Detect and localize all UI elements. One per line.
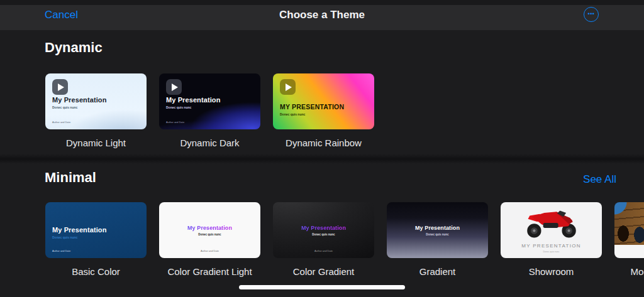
slide-subtitle: Donec quis nunc bbox=[166, 105, 191, 109]
theme-label: Modern Portfolio bbox=[614, 266, 644, 277]
slide-title: MY PRESENTATION bbox=[280, 103, 344, 111]
theme-label: Showroom bbox=[501, 266, 602, 277]
play-icon bbox=[52, 79, 68, 95]
slide-title: My Presentation bbox=[52, 226, 106, 234]
theme-modern-portfolio[interactable]: Modern Portfolio bbox=[614, 202, 644, 277]
theme-thumbnail: My PresentationDonec quis nuncAuthor and… bbox=[159, 202, 260, 258]
slide-footer: Author and Date bbox=[159, 249, 260, 252]
theme-label: Color Gradient Light bbox=[159, 266, 260, 277]
theme-label: Basic Color bbox=[45, 266, 147, 277]
slide-title: My Presentation bbox=[387, 225, 488, 231]
slide-subtitle: Donec quis nunc bbox=[501, 251, 602, 253]
section-title-dynamic: Dynamic bbox=[45, 40, 103, 56]
ellipsis-circle-icon: ••• bbox=[588, 11, 595, 17]
slide-subtitle: Donec quis nunc bbox=[280, 112, 305, 116]
theme-label: Dynamic Light bbox=[45, 138, 147, 148]
home-indicator[interactable] bbox=[239, 285, 405, 289]
theme-showroom[interactable]: MY PRESENTATIONDonec quis nuncAuthor and… bbox=[501, 202, 602, 277]
theme-label: Dynamic Rainbow bbox=[273, 138, 374, 148]
section-title-minimal: Minimal bbox=[45, 170, 96, 186]
slide-title: MY PRESENTATION bbox=[501, 243, 602, 249]
nav-bar: Cancel Choose a Theme ••• bbox=[0, 0, 644, 30]
slide-subtitle: Donec quis nunc bbox=[52, 235, 77, 239]
theme-label: Dynamic Dark bbox=[159, 138, 260, 148]
theme-thumbnail: My PresentationDonec quis nuncAuthor and… bbox=[45, 73, 147, 129]
theme-gradient[interactable]: My PresentationDonec quis nuncAuthor and… bbox=[387, 202, 488, 277]
theme-dynamic-rainbow[interactable]: MY PRESENTATIONDonec quis nuncAuthor and… bbox=[273, 73, 374, 148]
slide-footer: Author and Date bbox=[52, 249, 70, 252]
theme-dynamic-dark[interactable]: My PresentationDonec quis nuncAuthor and… bbox=[159, 73, 260, 148]
section-separator bbox=[0, 154, 644, 164]
slide-title: My Presentation bbox=[166, 96, 220, 104]
theme-color-gradient[interactable]: My PresentationDonec quis nuncAuthor and… bbox=[273, 202, 374, 277]
motorcycle-image bbox=[521, 205, 582, 240]
theme-thumbnail: My PresentationDonec quis nuncAuthor and… bbox=[273, 202, 374, 258]
slide-title: My Presentation bbox=[52, 96, 106, 104]
theme-label: Color Gradient bbox=[273, 266, 374, 277]
slide-footer: Author and Date bbox=[52, 121, 70, 124]
theme-color-gradient-light[interactable]: My PresentationDonec quis nuncAuthor and… bbox=[159, 202, 260, 277]
slide-footer: Author and Date bbox=[273, 249, 374, 252]
theme-thumbnail: My PresentationDonec quis nuncAuthor and… bbox=[45, 202, 147, 258]
slide-subtitle: Donec quis nunc bbox=[159, 233, 260, 236]
theme-thumbnail bbox=[614, 202, 644, 258]
slide-footer: Author and Date bbox=[166, 121, 184, 124]
theme-row-minimal: My PresentationDonec quis nuncAuthor and… bbox=[45, 202, 644, 277]
play-icon bbox=[280, 79, 296, 95]
theme-dynamic-light[interactable]: My PresentationDonec quis nuncAuthor and… bbox=[45, 73, 147, 148]
theme-label: Gradient bbox=[387, 266, 488, 277]
theme-thumbnail: MY PRESENTATIONDonec quis nuncAuthor and… bbox=[273, 73, 374, 129]
play-icon bbox=[166, 79, 182, 95]
theme-basic-color[interactable]: My PresentationDonec quis nuncAuthor and… bbox=[45, 202, 147, 277]
slide-subtitle: Donec quis nunc bbox=[387, 233, 488, 236]
slide-title: My Presentation bbox=[273, 225, 374, 231]
theme-thumbnail: My PresentationDonec quis nuncAuthor and… bbox=[387, 202, 488, 258]
slide-subtitle: Donec quis nunc bbox=[52, 105, 77, 109]
page-title: Choose a Theme bbox=[0, 9, 644, 21]
more-options-button[interactable]: ••• bbox=[584, 7, 599, 22]
theme-row-dynamic: My PresentationDonec quis nuncAuthor and… bbox=[45, 73, 374, 148]
see-all-link[interactable]: See All bbox=[583, 173, 616, 186]
slide-title: My Presentation bbox=[159, 225, 260, 231]
theme-thumbnail: My PresentationDonec quis nuncAuthor and… bbox=[159, 73, 260, 129]
slide-subtitle: Donec quis nunc bbox=[273, 233, 374, 236]
theme-thumbnail: MY PRESENTATIONDonec quis nuncAuthor and… bbox=[501, 202, 602, 258]
